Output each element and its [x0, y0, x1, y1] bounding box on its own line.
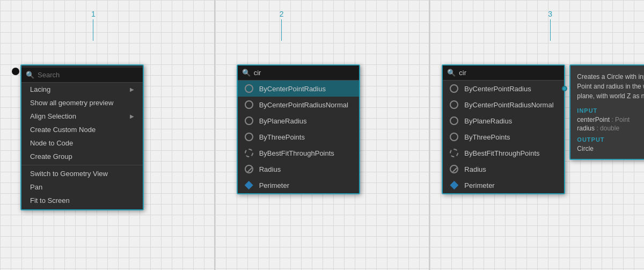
result-by-center-radius-normal[interactable]: ByCenterPointRadiusNormal — [238, 97, 359, 113]
panel-2: 2 🔍 ByCenterPointRadius ByCenterPointRad… — [215, 0, 429, 270]
result-3-by-best-fit[interactable]: ByBestFitThroughPoints — [443, 145, 564, 161]
result-by-best-fit[interactable]: ByBestFitThroughPoints — [238, 145, 359, 161]
result-radius[interactable]: Radius — [238, 161, 359, 177]
tooltip-param-radius: radius : double — [577, 125, 644, 132]
context-menu[interactable]: 🔍 Lacing ▶ Show all geometry preview Ali… — [20, 64, 144, 210]
icon-circle-1 — [244, 84, 254, 93]
step-1-label: 1 — [91, 10, 96, 41]
menu-align-selection[interactable]: Align Selection ▶ — [21, 110, 143, 123]
icon-circle-3-1 — [449, 84, 459, 93]
icon-circle-3-slash — [449, 164, 459, 174]
result-3-perimeter[interactable]: Perimeter — [443, 177, 564, 193]
icon-circle-3-dashed — [449, 148, 459, 158]
panel-3: 3 🔍 ByCenterPointRadius ByCenterPointRad… — [430, 0, 644, 270]
panel-1: 1 🔍 Lacing ▶ Show all geometry preview A… — [0, 0, 214, 270]
menu-switch-geometry[interactable]: Switch to Geometry View — [21, 167, 143, 180]
connector-dot — [562, 86, 567, 91]
step-number-3: 3 — [548, 10, 552, 18]
step-number-1: 1 — [91, 10, 96, 18]
result-3-by-three-points[interactable]: ByThreePoints — [443, 129, 564, 145]
menu-create-custom-node[interactable]: Create Custom Node — [21, 123, 143, 136]
icon-circle-3-4 — [449, 132, 459, 142]
bullet-point — [12, 68, 19, 75]
result-perimeter[interactable]: Perimeter — [238, 177, 359, 193]
search-results-2[interactable]: 🔍 ByCenterPointRadius ByCenterPointRadiu… — [237, 64, 360, 194]
search-bar-3[interactable]: 🔍 — [443, 65, 564, 81]
search-input-3[interactable] — [459, 69, 560, 77]
menu-lacing[interactable]: Lacing ▶ — [21, 83, 143, 96]
step-2-label: 2 — [280, 10, 284, 41]
search-input-1[interactable] — [38, 71, 138, 79]
menu-fit-screen[interactable]: Fit to Screen — [21, 194, 143, 207]
icon-circle-3-2 — [449, 100, 459, 110]
menu-show-geometry[interactable]: Show all geometry preview — [21, 96, 143, 110]
search-icon-3: 🔍 — [447, 69, 456, 77]
tooltip-param-center: centerPoint : Point — [577, 116, 644, 123]
step-3-label: 3 — [548, 10, 552, 41]
icon-blue-diamond — [244, 180, 254, 190]
icon-circle-4 — [244, 132, 254, 142]
result-by-three-points[interactable]: ByThreePoints — [238, 129, 359, 145]
search-bar-1[interactable]: 🔍 — [21, 68, 143, 83]
tooltip-output-value: Circle — [577, 145, 644, 152]
tooltip-description: Creates a Circle with input center Point… — [577, 72, 644, 101]
search-icon-1: 🔍 — [26, 71, 34, 79]
arrow-icon: ▶ — [130, 86, 134, 92]
result-by-center-radius[interactable]: ByCenterPointRadius — [238, 81, 359, 97]
arrow-icon-2: ▶ — [130, 113, 134, 119]
result-3-by-plane-radius[interactable]: ByPlaneRadius — [443, 113, 564, 129]
divider-1 — [21, 165, 143, 165]
result-3-by-center-radius-normal[interactable]: ByCenterPointRadiusNormal — [443, 97, 564, 113]
icon-circle-3 — [244, 116, 254, 126]
icon-circle-slash — [244, 164, 254, 174]
icon-circle-3-3 — [449, 116, 459, 126]
menu-pan[interactable]: Pan — [21, 180, 143, 194]
search-results-3[interactable]: 🔍 ByCenterPointRadius ByCenterPointRadiu… — [442, 64, 565, 194]
search-icon-2: 🔍 — [242, 69, 251, 77]
tooltip-input-label: INPUT — [577, 107, 644, 114]
icon-circle-dashed — [244, 148, 254, 158]
tooltip-output-label: OUTPUT — [577, 136, 644, 143]
step-number-2: 2 — [280, 10, 284, 18]
tooltip-panel: Creates a Circle with input center Point… — [569, 64, 644, 160]
result-3-by-center-radius[interactable]: ByCenterPointRadius — [443, 81, 564, 97]
menu-node-to-code[interactable]: Node to Code — [21, 136, 143, 150]
icon-circle-2 — [244, 100, 254, 110]
menu-create-group[interactable]: Create Group — [21, 150, 143, 163]
icon-blue-diamond-3 — [449, 180, 459, 190]
search-input-2[interactable] — [254, 69, 355, 77]
search-bar-2[interactable]: 🔍 — [238, 65, 359, 81]
result-by-plane-radius[interactable]: ByPlaneRadius — [238, 113, 359, 129]
result-3-radius[interactable]: Radius — [443, 161, 564, 177]
